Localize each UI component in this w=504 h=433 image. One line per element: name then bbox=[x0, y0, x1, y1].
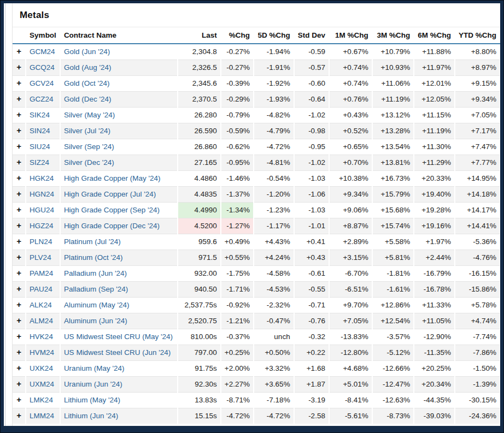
contract-name-link[interactable]: Lithium (Jun '24) bbox=[64, 412, 118, 420]
d5-cell: -7.18% bbox=[254, 393, 294, 408]
contract-name-link[interactable]: Silver (Dec '24) bbox=[64, 158, 114, 167]
symbol-link[interactable]: SIK24 bbox=[30, 111, 50, 119]
contract-name-link[interactable]: Platinum (Jul '24) bbox=[64, 238, 121, 246]
ytd-cell: -5.36% bbox=[455, 234, 500, 250]
symbol-link[interactable]: PAM24 bbox=[30, 269, 53, 277]
contract-name-link[interactable]: High Grade Copper (Sep '24) bbox=[64, 206, 160, 214]
col-header-m6[interactable]: 6M %Chg bbox=[414, 27, 455, 44]
symbol-link[interactable]: ALK24 bbox=[30, 301, 52, 309]
symbol-link[interactable]: HVK24 bbox=[30, 333, 53, 341]
symbol-link[interactable]: GCZ24 bbox=[30, 95, 54, 103]
symbol-link[interactable]: PLN24 bbox=[30, 238, 52, 246]
d5-cell: -1.92% bbox=[254, 76, 294, 92]
contract-name-link[interactable]: Silver (May '24) bbox=[64, 111, 115, 119]
col-header-last[interactable]: Last bbox=[178, 27, 221, 44]
symbol-link[interactable]: PLV24 bbox=[30, 253, 51, 262]
symbol-link[interactable]: UXK24 bbox=[30, 364, 53, 372]
symbol-link[interactable]: ALM24 bbox=[30, 317, 53, 325]
expand-row-plus-icon[interactable]: + bbox=[16, 380, 21, 388]
expand-row-plus-icon[interactable]: + bbox=[16, 127, 21, 134]
contract-name-link[interactable]: Silver (Jul '24) bbox=[64, 127, 110, 135]
symbol-link[interactable]: GCV24 bbox=[30, 79, 54, 87]
expand-row-plus-icon[interactable]: + bbox=[16, 79, 21, 87]
expand-row-plus-icon[interactable]: + bbox=[16, 63, 21, 71]
contract-name-link[interactable]: Gold (Jun '24) bbox=[64, 48, 110, 56]
col-header-std[interactable]: Std Dev bbox=[294, 27, 329, 44]
expand-row-plus-icon[interactable]: + bbox=[16, 396, 21, 404]
contract-name-link[interactable]: Silver (Sep '24) bbox=[64, 143, 114, 151]
contract-name-link[interactable]: US Midwest Steel CRU (Jun '24) bbox=[64, 348, 171, 357]
expand-row-plus-icon[interactable]: + bbox=[16, 158, 21, 166]
symbol-link[interactable]: HGK24 bbox=[30, 174, 54, 182]
contract-name-link[interactable]: Gold (Dec '24) bbox=[64, 95, 112, 103]
expand-row-plus-icon[interactable]: + bbox=[16, 253, 21, 261]
expand-row-plus-icon[interactable]: + bbox=[16, 143, 21, 150]
last-cell: 4.4835 bbox=[178, 187, 221, 203]
expand-row-plus-icon[interactable]: + bbox=[16, 412, 21, 419]
table-row: +UXK24Uranium (May '24)91.75s+2.00%+3.32… bbox=[13, 361, 500, 377]
col-header-m3[interactable]: 3M %Chg bbox=[372, 27, 414, 44]
col-header-m1[interactable]: 1M %Chg bbox=[329, 27, 372, 44]
contract-name-link[interactable]: Lithium (May '24) bbox=[64, 396, 120, 404]
symbol-link[interactable]: HVM24 bbox=[30, 348, 54, 357]
contract-name-link[interactable]: Aluminum (Jun '24) bbox=[64, 317, 127, 325]
expand-row-plus-icon[interactable]: + bbox=[16, 364, 21, 372]
expand-row-plus-icon[interactable]: + bbox=[16, 333, 21, 340]
m3-cell: +11.19% bbox=[372, 92, 414, 108]
col-header-d5[interactable]: 5D %Chg bbox=[254, 27, 294, 44]
contract-name-link[interactable]: High Grade Copper (May '24) bbox=[64, 174, 161, 182]
symbol-link[interactable]: GCQ24 bbox=[30, 63, 55, 72]
contract-name-link[interactable]: Uranium (Jun '24) bbox=[64, 380, 122, 388]
col-header-ytd[interactable]: YTD %Chg bbox=[455, 27, 500, 44]
expand-row-plus-icon[interactable]: + bbox=[16, 317, 21, 324]
col-header-chg[interactable]: %Chg bbox=[221, 27, 254, 44]
expand-row-plus-icon[interactable]: + bbox=[16, 301, 21, 309]
last-cell: 2,370.5 bbox=[178, 92, 221, 108]
chg-cell: +0.49% bbox=[221, 234, 254, 250]
expand-row-plus-icon[interactable]: + bbox=[16, 348, 21, 356]
symbol-link[interactable]: HGN24 bbox=[30, 190, 54, 198]
contract-name-link[interactable]: Palladium (Jun '24) bbox=[64, 269, 127, 277]
symbol-link[interactable]: LMK24 bbox=[30, 396, 53, 404]
col-header-symbol[interactable]: Symbol bbox=[26, 27, 60, 44]
d5-cell: -1.17% bbox=[254, 218, 294, 234]
contract-name-link[interactable]: Gold (Aug '24) bbox=[64, 63, 112, 72]
expand-row-plus-icon[interactable]: + bbox=[16, 190, 21, 198]
contract-name-link[interactable]: US Midwest Steel CRU (May '24) bbox=[64, 333, 173, 341]
contract-name-link[interactable]: Gold (Oct '24) bbox=[64, 79, 110, 87]
m6-cell: -44.35% bbox=[414, 393, 455, 408]
contract-name-link[interactable]: Uranium (May '24) bbox=[64, 364, 125, 372]
symbol-link[interactable]: UXM24 bbox=[30, 380, 54, 388]
table-row: +GCZ24Gold (Dec '24)2,370.5-0.29%-1.93%-… bbox=[13, 92, 500, 108]
expand-row-plus-icon[interactable]: + bbox=[16, 238, 21, 245]
m6-cell: +19.40% bbox=[414, 187, 455, 203]
contract-name-link[interactable]: Aluminum (May '24) bbox=[64, 301, 130, 309]
contract-name-link[interactable]: Platinum (Oct '24) bbox=[64, 253, 123, 262]
expand-row-plus-icon[interactable]: + bbox=[16, 269, 21, 277]
contract-name-link[interactable]: High Grade Copper (Jul '24) bbox=[64, 190, 156, 198]
symbol-link[interactable]: HGU24 bbox=[30, 206, 54, 214]
symbol-link[interactable]: GCM24 bbox=[30, 48, 55, 56]
std-cell: +0.43 bbox=[294, 250, 329, 266]
symbol-link[interactable]: HGZ24 bbox=[30, 222, 54, 230]
contract-name-link[interactable]: Palladium (Sep '24) bbox=[64, 285, 128, 293]
d5-cell: -1.23% bbox=[254, 203, 294, 218]
symbol-link[interactable]: PAU24 bbox=[30, 285, 52, 293]
expand-row-plus-icon[interactable]: + bbox=[16, 222, 21, 229]
symbol-link[interactable]: SIU24 bbox=[30, 143, 50, 151]
expand-row-plus-icon[interactable]: + bbox=[16, 48, 21, 55]
expand-row-plus-icon[interactable]: + bbox=[16, 285, 21, 293]
chg-cell: -0.79% bbox=[221, 108, 254, 123]
symbol-link[interactable]: SIZ24 bbox=[30, 158, 49, 167]
symbol-link[interactable]: SIN24 bbox=[30, 127, 50, 135]
symbol-link[interactable]: LMM24 bbox=[30, 412, 54, 420]
col-header-name[interactable]: Contract Name bbox=[60, 27, 178, 44]
contract-name-link[interactable]: High Grade Copper (Dec '24) bbox=[64, 222, 160, 230]
expand-row-plus-icon[interactable]: + bbox=[16, 174, 21, 182]
expand-row-plus-icon[interactable]: + bbox=[16, 111, 21, 118]
expand-row-plus-icon[interactable]: + bbox=[16, 206, 21, 213]
expand-row-plus-icon[interactable]: + bbox=[16, 95, 21, 103]
m1-cell: +9.70% bbox=[329, 298, 372, 313]
ytd-cell: +7.47% bbox=[455, 139, 500, 155]
d5-cell: +4.24% bbox=[254, 250, 294, 266]
